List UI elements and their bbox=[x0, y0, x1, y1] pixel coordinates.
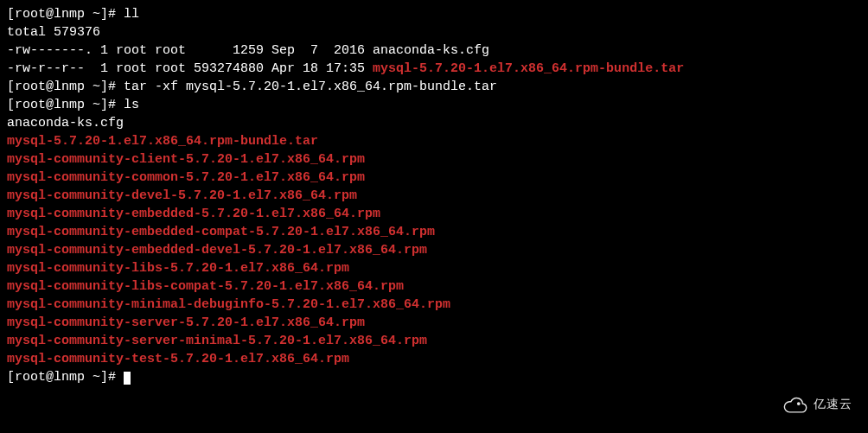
ll-row-meta: -rw-r--r-- 1 root root 593274880 Apr 18 … bbox=[7, 61, 373, 76]
command-text: ll bbox=[124, 7, 139, 22]
prompt-line: [root@lnmp ~]# ll bbox=[7, 5, 861, 23]
ls-file: mysql-community-common-5.7.20-1.el7.x86_… bbox=[7, 169, 861, 187]
ls-file: mysql-community-client-5.7.20-1.el7.x86_… bbox=[7, 150, 861, 169]
command-text: tar -xf mysql-5.7.20-1.el7.x86_64.rpm-bu… bbox=[124, 80, 497, 94]
ls-file: mysql-5.7.20-1.el7.x86_64.rpm-bundle.tar bbox=[7, 132, 861, 150]
shell-prompt: [root@lnmp ~]# bbox=[7, 370, 116, 385]
ls-file: mysql-community-embedded-5.7.20-1.el7.x8… bbox=[7, 205, 861, 223]
ls-file: mysql-community-test-5.7.20-1.el7.x86_64… bbox=[7, 350, 861, 368]
watermark-text: 亿速云 bbox=[814, 396, 852, 413]
ls-file: mysql-community-minimal-debuginfo-5.7.20… bbox=[7, 296, 861, 314]
ls-file: mysql-community-libs-compat-5.7.20-1.el7… bbox=[7, 277, 861, 296]
ls-file: mysql-community-embedded-devel-5.7.20-1.… bbox=[7, 241, 861, 259]
cursor bbox=[124, 372, 131, 385]
ls-file: mysql-community-embedded-compat-5.7.20-1… bbox=[7, 223, 861, 241]
shell-prompt: [root@lnmp ~]# bbox=[7, 98, 124, 112]
archive-filename: mysql-5.7.20-1.el7.x86_64.rpm-bundle.tar bbox=[373, 61, 684, 76]
ls-file: mysql-community-server-5.7.20-1.el7.x86_… bbox=[7, 314, 861, 332]
terminal-output[interactable]: [root@lnmp ~]# ll total 579376 -rw------… bbox=[7, 5, 861, 386]
svg-point-0 bbox=[797, 402, 801, 405]
cloud-icon bbox=[782, 392, 808, 417]
ls-file: mysql-community-libs-5.7.20-1.el7.x86_64… bbox=[7, 259, 861, 277]
shell-prompt: [root@lnmp ~]# bbox=[7, 7, 124, 22]
watermark: 亿速云 bbox=[782, 392, 852, 417]
command-text: ls bbox=[124, 98, 139, 112]
prompt-line: [root@lnmp ~]# bbox=[7, 368, 861, 386]
ll-row: -rw-r--r-- 1 root root 593274880 Apr 18 … bbox=[7, 60, 861, 78]
ll-total: total 579376 bbox=[7, 23, 861, 41]
ls-file-plain: anaconda-ks.cfg bbox=[7, 114, 861, 132]
ll-row: -rw-------. 1 root root 1259 Sep 7 2016 … bbox=[7, 41, 861, 60]
prompt-line: [root@lnmp ~]# tar -xf mysql-5.7.20-1.el… bbox=[7, 78, 861, 96]
ls-file: mysql-community-devel-5.7.20-1.el7.x86_6… bbox=[7, 187, 861, 205]
prompt-line: [root@lnmp ~]# ls bbox=[7, 96, 861, 114]
ls-file: mysql-community-server-minimal-5.7.20-1.… bbox=[7, 332, 861, 350]
shell-prompt: [root@lnmp ~]# bbox=[7, 80, 124, 94]
